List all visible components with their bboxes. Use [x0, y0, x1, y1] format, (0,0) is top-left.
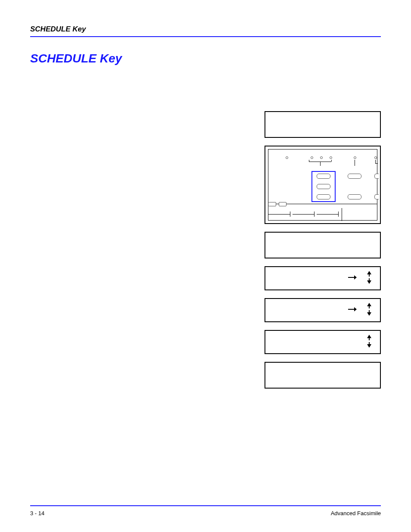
lcd-panel-2 — [265, 232, 381, 258]
bracket-segment — [320, 162, 321, 166]
indicator-dot — [320, 156, 323, 159]
key-button — [317, 184, 330, 189]
key-button — [317, 194, 330, 199]
arrow-up-down-icon — [366, 335, 372, 349]
slot-line — [290, 212, 290, 217]
slot-line — [338, 212, 339, 217]
svg-marker-2 — [367, 271, 371, 274]
svg-marker-5 — [367, 280, 371, 284]
lcd-panel-6 — [265, 362, 381, 389]
key-button — [317, 174, 330, 179]
book-title: Advanced Facsimile — [331, 510, 381, 516]
svg-marker-12 — [367, 335, 371, 338]
arrow-up-down-icon — [366, 271, 372, 286]
indicator-dot — [311, 156, 313, 159]
bracket-segment — [331, 160, 332, 162]
lcd-panel-1 — [265, 111, 381, 138]
header-rule — [30, 36, 381, 37]
slot-line — [314, 212, 314, 217]
bracket-segment — [309, 160, 309, 162]
arrow-right-icon — [348, 306, 357, 314]
sidebar-panels — [265, 111, 381, 389]
bracket-segment — [355, 160, 355, 166]
slot-line — [317, 214, 338, 215]
page-title: SCHEDULE Key — [30, 52, 381, 65]
slot-line — [268, 214, 290, 215]
key-button — [348, 174, 361, 179]
svg-marker-11 — [367, 312, 371, 316]
indicator-dot — [330, 156, 332, 159]
key-button — [374, 174, 379, 179]
key-button — [374, 194, 379, 199]
arrow-up-down-icon — [366, 303, 372, 317]
page-number: 3 - 14 — [30, 510, 44, 516]
running-head: SCHEDULE Key — [30, 25, 381, 34]
key-button — [348, 194, 361, 199]
indicator-dot — [374, 156, 377, 159]
slot-line — [293, 214, 314, 215]
svg-marker-1 — [354, 275, 357, 280]
svg-marker-15 — [367, 344, 371, 348]
svg-marker-7 — [354, 307, 357, 311]
bracket-segment — [375, 163, 378, 164]
lcd-panel-3 — [265, 266, 381, 290]
arrow-right-icon — [348, 274, 357, 282]
device-inner-frame — [268, 149, 377, 221]
svg-marker-8 — [367, 303, 371, 306]
tab — [279, 202, 286, 206]
tab — [268, 202, 276, 206]
device-illustration — [265, 146, 381, 224]
indicator-dot — [286, 156, 288, 159]
lcd-panel-5 — [265, 330, 381, 354]
lcd-panel-4 — [265, 298, 381, 322]
footer-rule — [30, 505, 381, 506]
bracket-segment — [375, 160, 376, 163]
indicator-dot — [354, 156, 356, 159]
slot-line — [342, 208, 342, 221]
